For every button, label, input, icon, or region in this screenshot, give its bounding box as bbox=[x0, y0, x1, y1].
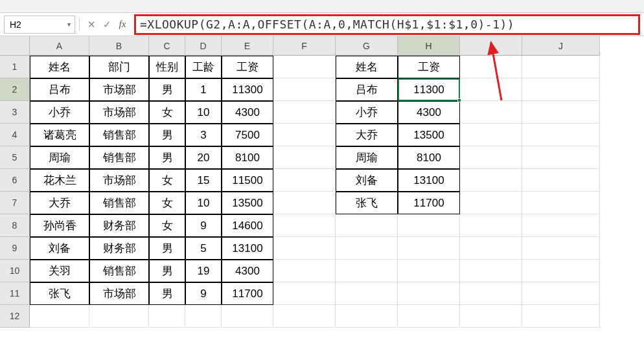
column-header-H[interactable]: H bbox=[398, 36, 460, 56]
cell-G11[interactable] bbox=[336, 282, 398, 305]
cell-D4[interactable]: 3 bbox=[185, 124, 222, 146]
cell-D12[interactable] bbox=[185, 305, 222, 328]
cell-B11[interactable]: 市场部 bbox=[89, 282, 149, 305]
row-header-4[interactable]: 4 bbox=[0, 124, 30, 146]
cell-H2[interactable]: 11300 bbox=[398, 78, 460, 101]
cell-C4[interactable]: 男 bbox=[149, 124, 185, 146]
cell-F10[interactable] bbox=[273, 260, 336, 282]
cell-I3[interactable] bbox=[460, 101, 522, 124]
column-header-A[interactable]: A bbox=[30, 36, 89, 56]
cell-J5[interactable] bbox=[522, 146, 600, 169]
cell-F12[interactable] bbox=[273, 305, 336, 328]
cell-C5[interactable]: 男 bbox=[149, 146, 185, 169]
cell-I12[interactable] bbox=[460, 305, 522, 328]
cell-G6[interactable]: 刘备 bbox=[336, 169, 398, 192]
cell-E2[interactable]: 11300 bbox=[222, 78, 273, 101]
column-header-B[interactable]: B bbox=[89, 36, 149, 56]
confirm-formula-button[interactable]: ✓ bbox=[99, 17, 115, 32]
cell-D10[interactable]: 19 bbox=[185, 260, 222, 282]
cell-A6[interactable]: 花木兰 bbox=[30, 169, 89, 192]
cell-B8[interactable]: 财务部 bbox=[89, 214, 149, 237]
cell-B2[interactable]: 市场部 bbox=[89, 78, 149, 101]
cancel-formula-button[interactable]: ✕ bbox=[84, 17, 99, 32]
cell-D6[interactable]: 15 bbox=[185, 169, 222, 192]
cell-D1[interactable]: 工龄 bbox=[185, 56, 222, 78]
cell-E12[interactable] bbox=[222, 305, 273, 328]
cell-H5[interactable]: 8100 bbox=[398, 146, 460, 169]
cell-J4[interactable] bbox=[522, 124, 600, 146]
cell-A5[interactable]: 周瑜 bbox=[30, 146, 89, 169]
cell-H6[interactable]: 13100 bbox=[398, 169, 460, 192]
row-header-1[interactable]: 1 bbox=[0, 56, 30, 78]
formula-input[interactable] bbox=[140, 17, 638, 31]
cell-E5[interactable]: 8100 bbox=[222, 146, 273, 169]
cell-J10[interactable] bbox=[522, 260, 600, 282]
cell-B10[interactable]: 销售部 bbox=[89, 260, 149, 282]
cell-F6[interactable] bbox=[273, 169, 336, 192]
cell-I1[interactable] bbox=[460, 56, 522, 78]
cell-G7[interactable]: 张飞 bbox=[336, 192, 398, 214]
cell-C1[interactable]: 性别 bbox=[149, 56, 185, 78]
cell-A3[interactable]: 小乔 bbox=[30, 101, 89, 124]
chevron-down-icon[interactable]: ▾ bbox=[63, 21, 75, 28]
cell-H9[interactable] bbox=[398, 237, 460, 260]
cell-C2[interactable]: 男 bbox=[149, 78, 185, 101]
insert-function-button[interactable]: fx bbox=[115, 17, 130, 32]
cell-H7[interactable]: 11700 bbox=[398, 192, 460, 214]
cell-G3[interactable]: 小乔 bbox=[336, 101, 398, 124]
grid-cells[interactable]: 姓名部门性别工龄工资姓名工资吕布市场部男111300吕布11300小乔市场部女1… bbox=[30, 56, 600, 328]
row-header-3[interactable]: 3 bbox=[0, 101, 30, 124]
cell-I10[interactable] bbox=[460, 260, 522, 282]
cell-J2[interactable] bbox=[522, 78, 600, 101]
cell-C11[interactable]: 男 bbox=[149, 282, 185, 305]
cell-E8[interactable]: 14600 bbox=[222, 214, 273, 237]
cell-C9[interactable]: 男 bbox=[149, 237, 185, 260]
cell-J3[interactable] bbox=[522, 101, 600, 124]
select-all-corner[interactable] bbox=[0, 36, 30, 56]
cell-H1[interactable]: 工资 bbox=[398, 56, 460, 78]
cell-H3[interactable]: 4300 bbox=[398, 101, 460, 124]
cell-G1[interactable]: 姓名 bbox=[336, 56, 398, 78]
column-header-I[interactable]: I bbox=[460, 36, 522, 56]
column-header-E[interactable]: E bbox=[222, 36, 273, 56]
cell-A10[interactable]: 关羽 bbox=[30, 260, 89, 282]
column-header-F[interactable]: F bbox=[273, 36, 336, 56]
cell-F4[interactable] bbox=[273, 124, 336, 146]
row-header-6[interactable]: 6 bbox=[0, 169, 30, 192]
cell-J8[interactable] bbox=[522, 214, 600, 237]
cell-F5[interactable] bbox=[273, 146, 336, 169]
row-header-10[interactable]: 10 bbox=[0, 260, 30, 282]
cell-E7[interactable]: 13500 bbox=[222, 192, 273, 214]
row-header-12[interactable]: 12 bbox=[0, 305, 30, 328]
cell-J1[interactable] bbox=[522, 56, 600, 78]
cell-B9[interactable]: 财务部 bbox=[89, 237, 149, 260]
cell-H4[interactable]: 13500 bbox=[398, 124, 460, 146]
cell-F3[interactable] bbox=[273, 101, 336, 124]
cell-D7[interactable]: 10 bbox=[185, 192, 222, 214]
column-header-D[interactable]: D bbox=[185, 36, 222, 56]
cell-E11[interactable]: 11700 bbox=[222, 282, 273, 305]
cell-I9[interactable] bbox=[460, 237, 522, 260]
cell-I4[interactable] bbox=[460, 124, 522, 146]
cell-G9[interactable] bbox=[336, 237, 398, 260]
cell-I6[interactable] bbox=[460, 169, 522, 192]
cell-F11[interactable] bbox=[273, 282, 336, 305]
cell-A7[interactable]: 大乔 bbox=[30, 192, 89, 214]
cell-B5[interactable]: 销售部 bbox=[89, 146, 149, 169]
column-header-G[interactable]: G bbox=[336, 36, 398, 56]
cell-A9[interactable]: 刘备 bbox=[30, 237, 89, 260]
cell-B1[interactable]: 部门 bbox=[89, 56, 149, 78]
cell-B3[interactable]: 市场部 bbox=[89, 101, 149, 124]
cell-G8[interactable] bbox=[336, 214, 398, 237]
cell-E4[interactable]: 7500 bbox=[222, 124, 273, 146]
cell-B7[interactable]: 销售部 bbox=[89, 192, 149, 214]
cell-A2[interactable]: 吕布 bbox=[30, 78, 89, 101]
cell-H12[interactable] bbox=[398, 305, 460, 328]
row-header-7[interactable]: 7 bbox=[0, 192, 30, 214]
cell-C6[interactable]: 女 bbox=[149, 169, 185, 192]
cell-D2[interactable]: 1 bbox=[185, 78, 222, 101]
cell-I5[interactable] bbox=[460, 146, 522, 169]
cell-C3[interactable]: 女 bbox=[149, 101, 185, 124]
cell-E10[interactable]: 4300 bbox=[222, 260, 273, 282]
spreadsheet-grid[interactable]: ABCDEFGHIJ 123456789101112 姓名部门性别工龄工资姓名工… bbox=[0, 36, 644, 338]
